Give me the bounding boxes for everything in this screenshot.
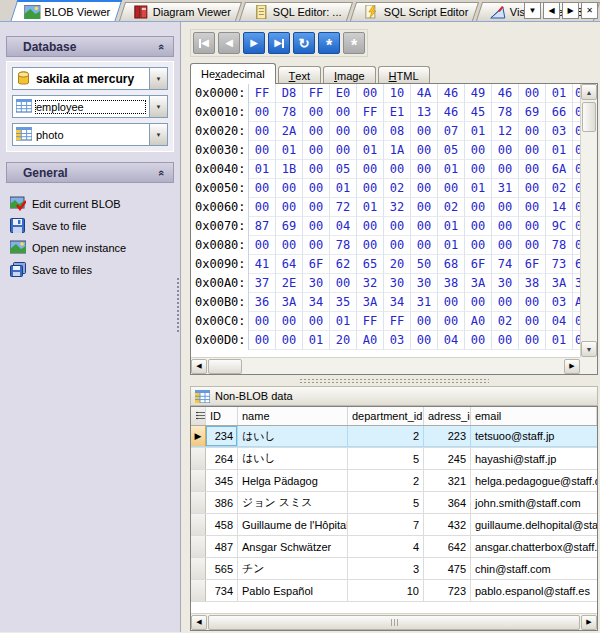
collapse-icon[interactable]: « bbox=[156, 43, 168, 49]
cell-email[interactable]: tetsuoo@staff.jp bbox=[471, 426, 597, 447]
prior-record-button[interactable]: ◀ bbox=[218, 32, 240, 54]
scroll-up-icon[interactable]: ▲ bbox=[581, 84, 597, 100]
cell-id[interactable]: 458 bbox=[206, 514, 238, 535]
save-to-file-action[interactable]: Save to file bbox=[10, 215, 172, 237]
tab-close-button[interactable]: ✕ bbox=[581, 2, 598, 19]
row-indicator[interactable] bbox=[191, 558, 206, 579]
cell-department-id[interactable]: 3 bbox=[348, 558, 424, 579]
collapse-icon[interactable]: « bbox=[156, 169, 168, 175]
sidebar-splitter-handle[interactable] bbox=[176, 277, 181, 333]
cell-email[interactable]: helga.pedagogue@staff.de bbox=[471, 470, 597, 491]
tab-text[interactable]: Text bbox=[278, 66, 321, 84]
cell-id[interactable]: 345 bbox=[206, 470, 238, 491]
cell-id[interactable]: 264 bbox=[206, 448, 238, 469]
cell-name[interactable]: チン bbox=[238, 558, 348, 579]
cell-email[interactable]: pablo.espanol@staff.es bbox=[471, 580, 597, 601]
save-to-files-action[interactable]: Save to files bbox=[10, 259, 172, 281]
table-row[interactable]: 386ジョン スミス5364john.smith@staff.com bbox=[191, 492, 597, 514]
cell-name[interactable]: Pablo Español bbox=[238, 580, 348, 601]
tab-image[interactable]: Image bbox=[323, 66, 376, 84]
cell-email[interactable]: guillaume.delhopital@staff.es bbox=[471, 514, 597, 535]
cell-adress-id[interactable]: 432 bbox=[424, 514, 471, 535]
tab-sql-editor[interactable]: SQL Editor: ... bbox=[239, 2, 353, 21]
table-row[interactable]: 565チン3475chin@staff.com bbox=[191, 558, 597, 580]
table-row[interactable]: 487Ansgar Schwätzer4642ansgar.chatterbox… bbox=[191, 536, 597, 558]
cell-name[interactable]: はいし bbox=[238, 426, 348, 447]
table-select[interactable]: employee bbox=[12, 95, 168, 118]
cell-department-id[interactable]: 2 bbox=[348, 470, 424, 491]
cell-name[interactable]: はいし bbox=[238, 448, 348, 469]
chevron-down-icon[interactable] bbox=[149, 68, 167, 89]
hex-vertical-scrollbar[interactable]: ▲ ▼ bbox=[580, 84, 597, 357]
scrollbar-thumb[interactable] bbox=[208, 615, 580, 630]
cell-name[interactable]: ジョン スミス bbox=[238, 492, 348, 513]
first-record-button[interactable]: ◀ bbox=[193, 32, 215, 54]
tab-scroll-right-button[interactable]: ▶ bbox=[562, 2, 579, 19]
cell-email[interactable]: ansgar.chatterbox@staff.de bbox=[471, 536, 597, 557]
column-header-department-id[interactable]: department_id bbox=[348, 407, 424, 425]
table-row[interactable]: 345Helga Pädagog2321helga.pedagogue@staf… bbox=[191, 470, 597, 492]
panel-splitter[interactable] bbox=[190, 375, 598, 386]
tab-scroll-left-button[interactable]: ◀ bbox=[543, 2, 560, 19]
row-indicator[interactable] bbox=[191, 470, 206, 491]
database-section-header[interactable]: Database « bbox=[6, 36, 174, 57]
cell-adress-id[interactable]: 642 bbox=[424, 536, 471, 557]
last-record-button[interactable]: ▶ bbox=[268, 32, 290, 54]
cell-department-id[interactable]: 4 bbox=[348, 536, 424, 557]
chevron-down-icon[interactable] bbox=[149, 96, 167, 117]
table-row[interactable]: 264はいし5245hayashi@staff.jp bbox=[191, 448, 597, 470]
tab-html[interactable]: HTML bbox=[378, 66, 430, 84]
open-new-instance-action[interactable]: Open new instance bbox=[10, 237, 172, 259]
cell-department-id[interactable]: 5 bbox=[348, 492, 424, 513]
cell-department-id[interactable]: 2 bbox=[348, 426, 424, 447]
column-header-adress-id[interactable]: adress_id bbox=[424, 407, 471, 425]
scrollbar-thumb[interactable] bbox=[208, 359, 242, 374]
cell-adress-id[interactable]: 723 bbox=[424, 580, 471, 601]
tab-blob-viewer[interactable]: BLOB Viewer bbox=[10, 0, 122, 21]
star-button-disabled[interactable]: * bbox=[343, 32, 365, 54]
star-button[interactable]: * bbox=[318, 32, 340, 54]
column-header-name[interactable]: name bbox=[238, 407, 348, 425]
refresh-button[interactable]: ↻ bbox=[293, 32, 315, 54]
column-header-email[interactable]: email bbox=[471, 407, 597, 425]
general-section-header[interactable]: General « bbox=[6, 162, 174, 183]
table-row[interactable]: 734Pablo Español10723pablo.espanol@staff… bbox=[191, 580, 597, 602]
cell-id[interactable]: 386 bbox=[206, 492, 238, 513]
cell-adress-id[interactable]: 245 bbox=[424, 448, 471, 469]
row-indicator[interactable] bbox=[191, 448, 206, 469]
table-row[interactable]: 458Guillaume de l'Hôpital7432guillaume.d… bbox=[191, 514, 597, 536]
row-indicator[interactable]: ▶ bbox=[191, 426, 206, 447]
cell-id[interactable]: 565 bbox=[206, 558, 238, 579]
cell-department-id[interactable]: 10 bbox=[348, 580, 424, 601]
cell-email[interactable]: hayashi@staff.jp bbox=[471, 448, 597, 469]
row-indicator[interactable] bbox=[191, 580, 206, 601]
cell-adress-id[interactable]: 364 bbox=[424, 492, 471, 513]
tab-hexadecimal[interactable]: Hexadecimal bbox=[190, 63, 276, 84]
row-indicator[interactable] bbox=[191, 492, 206, 513]
row-indicator[interactable] bbox=[191, 536, 206, 557]
cell-id[interactable]: 487 bbox=[206, 536, 238, 557]
database-select[interactable]: sakila at mercury bbox=[12, 67, 168, 90]
cell-id[interactable]: 734 bbox=[206, 580, 238, 601]
cell-adress-id[interactable]: 223 bbox=[424, 426, 471, 447]
tab-sql-script-editor[interactable]: SQL Script Editor bbox=[350, 2, 479, 21]
scroll-right-icon[interactable]: ▶ bbox=[564, 359, 580, 374]
cell-department-id[interactable]: 7 bbox=[348, 514, 424, 535]
hex-horizontal-scrollbar[interactable]: ◀ ▶ bbox=[191, 357, 597, 374]
scroll-right-icon[interactable]: ▶ bbox=[581, 615, 597, 630]
scroll-left-icon[interactable]: ◀ bbox=[191, 359, 207, 374]
cell-email[interactable]: chin@staff.com bbox=[471, 558, 597, 579]
scrollbar-thumb[interactable] bbox=[582, 102, 596, 132]
edit-current-blob-action[interactable]: Edit current BLOB bbox=[10, 193, 172, 215]
cell-id[interactable]: 234 bbox=[206, 426, 238, 447]
tab-diagram-viewer[interactable]: Diagram Viewer bbox=[119, 2, 242, 21]
tab-list-dropdown-button[interactable]: ▼ bbox=[524, 2, 541, 19]
chevron-down-icon[interactable] bbox=[149, 124, 167, 145]
grid-horizontal-scrollbar[interactable]: ◀ ▶ bbox=[191, 613, 597, 630]
cell-email[interactable]: john.smith@staff.com bbox=[471, 492, 597, 513]
cell-adress-id[interactable]: 321 bbox=[424, 470, 471, 491]
row-indicator[interactable] bbox=[191, 514, 206, 535]
scroll-down-icon[interactable]: ▼ bbox=[581, 341, 597, 357]
table-row[interactable]: ▶234はいし2223tetsuoo@staff.jp bbox=[191, 426, 597, 448]
next-record-button[interactable]: ▶ bbox=[243, 32, 265, 54]
